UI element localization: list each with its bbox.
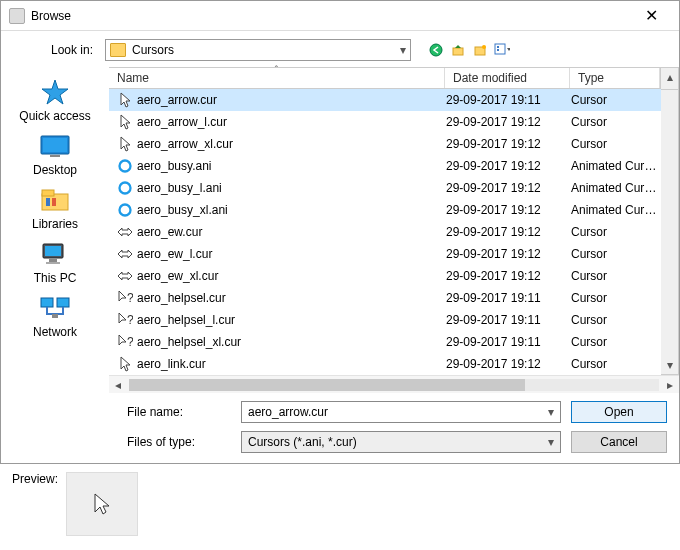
cancel-button[interactable]: Cancel bbox=[571, 431, 667, 453]
filter-combo[interactable]: Cursors (*.ani, *.cur) ▾ bbox=[241, 431, 561, 453]
places-bar: Quick accessDesktopLibrariesThis PCNetwo… bbox=[1, 67, 109, 463]
place-label: Quick access bbox=[19, 109, 90, 123]
svg-rect-6 bbox=[497, 49, 499, 51]
file-name: aero_ew.cur bbox=[135, 225, 446, 239]
up-icon[interactable] bbox=[449, 41, 467, 59]
svg-point-22 bbox=[120, 183, 131, 194]
file-type: Cursor bbox=[571, 93, 661, 107]
file-row[interactable]: aero_ew_xl.cur29-09-2017 19:12Cursor bbox=[109, 265, 661, 287]
window-title: Browse bbox=[31, 9, 631, 23]
place-desktop[interactable]: Desktop bbox=[33, 131, 77, 177]
new-folder-icon[interactable] bbox=[471, 41, 489, 59]
file-row[interactable]: aero_link.cur29-09-2017 19:12Cursor bbox=[109, 353, 661, 375]
file-row[interactable]: aero_busy_xl.ani29-09-2017 19:12Animated… bbox=[109, 199, 661, 221]
lookin-value: Cursors bbox=[132, 43, 174, 57]
scroll-right-arrow[interactable]: ▸ bbox=[661, 378, 679, 392]
arrow-cursor-icon bbox=[115, 92, 135, 108]
back-icon[interactable] bbox=[427, 41, 445, 59]
file-name: aero_ew_xl.cur bbox=[135, 269, 446, 283]
file-date: 29-09-2017 19:11 bbox=[446, 335, 571, 349]
file-type: Cursor bbox=[571, 247, 661, 261]
help-cursor-icon: ? bbox=[115, 290, 135, 306]
column-date[interactable]: Date modified bbox=[445, 68, 570, 88]
app-icon bbox=[9, 8, 25, 24]
place-star[interactable]: Quick access bbox=[19, 77, 90, 123]
bottom-panel: File name: aero_arrow.cur ▾ Open Files o… bbox=[109, 393, 679, 463]
svg-rect-12 bbox=[46, 198, 50, 206]
place-network[interactable]: Network bbox=[33, 293, 77, 339]
file-row[interactable]: aero_ew_l.cur29-09-2017 19:12Cursor bbox=[109, 243, 661, 265]
view-menu-icon[interactable] bbox=[493, 41, 511, 59]
preview-strip: Preview: bbox=[0, 464, 680, 544]
file-type: Cursor bbox=[571, 225, 661, 239]
lookin-combo[interactable]: Cursors ▾ bbox=[105, 39, 411, 61]
title-bar: Browse ✕ bbox=[1, 1, 679, 31]
file-row[interactable]: ?aero_helpsel.cur29-09-2017 19:11Cursor bbox=[109, 287, 661, 309]
svg-rect-16 bbox=[49, 259, 57, 262]
toolbar-icons bbox=[427, 41, 511, 59]
libraries-icon bbox=[38, 185, 72, 215]
preview-label: Preview: bbox=[12, 472, 58, 486]
file-type: Cursor bbox=[571, 115, 661, 129]
file-date: 29-09-2017 19:12 bbox=[446, 203, 571, 217]
file-date: 29-09-2017 19:11 bbox=[446, 291, 571, 305]
file-date: 29-09-2017 19:12 bbox=[446, 159, 571, 173]
svg-point-0 bbox=[430, 44, 442, 56]
file-type: Cursor bbox=[571, 357, 661, 371]
file-row[interactable]: aero_ew.cur29-09-2017 19:12Cursor bbox=[109, 221, 661, 243]
file-name: aero_arrow_l.cur bbox=[135, 115, 446, 129]
arrow-cursor-icon bbox=[115, 114, 135, 130]
ew-cursor-icon bbox=[115, 249, 135, 259]
svg-rect-5 bbox=[497, 46, 499, 48]
close-button[interactable]: ✕ bbox=[631, 6, 671, 25]
svg-rect-9 bbox=[50, 155, 60, 157]
busy-cursor-icon bbox=[115, 203, 135, 217]
file-row[interactable]: aero_busy.ani29-09-2017 19:12Animated Cu… bbox=[109, 155, 661, 177]
svg-rect-20 bbox=[52, 314, 58, 318]
file-name: aero_helpsel_l.cur bbox=[135, 313, 446, 327]
horizontal-scrollbar[interactable]: ◂ ▸ bbox=[109, 375, 679, 393]
file-row[interactable]: aero_arrow.cur29-09-2017 19:11Cursor bbox=[109, 89, 661, 111]
file-date: 29-09-2017 19:12 bbox=[446, 357, 571, 371]
arrow-cursor-icon bbox=[115, 356, 135, 372]
filename-input[interactable]: aero_arrow.cur ▾ bbox=[241, 401, 561, 423]
place-pc[interactable]: This PC bbox=[34, 239, 77, 285]
scroll-thumb[interactable] bbox=[129, 379, 525, 391]
column-type[interactable]: Type bbox=[570, 68, 660, 88]
file-date: 29-09-2017 19:11 bbox=[446, 313, 571, 327]
file-row[interactable]: aero_busy_l.ani29-09-2017 19:12Animated … bbox=[109, 177, 661, 199]
svg-rect-19 bbox=[57, 298, 69, 307]
vertical-scrollbar[interactable]: ▾ bbox=[661, 89, 679, 375]
file-date: 29-09-2017 19:11 bbox=[446, 93, 571, 107]
file-type: Animated Cursor bbox=[571, 159, 661, 173]
svg-point-3 bbox=[482, 45, 486, 49]
file-type: Animated Cursor bbox=[571, 181, 661, 195]
file-row[interactable]: ?aero_helpsel_xl.cur29-09-2017 19:11Curs… bbox=[109, 331, 661, 353]
busy-cursor-icon bbox=[115, 159, 135, 173]
open-button[interactable]: Open bbox=[571, 401, 667, 423]
place-libraries[interactable]: Libraries bbox=[32, 185, 78, 231]
file-type: Cursor bbox=[571, 335, 661, 349]
svg-rect-13 bbox=[52, 198, 56, 206]
file-type: Cursor bbox=[571, 137, 661, 151]
file-row[interactable]: aero_arrow_xl.cur29-09-2017 19:12Cursor bbox=[109, 133, 661, 155]
file-list[interactable]: aero_arrow.cur29-09-2017 19:11Cursoraero… bbox=[109, 89, 661, 375]
svg-rect-17 bbox=[46, 262, 60, 264]
file-area: Name Date modified Type ▴ aero_arrow.cur… bbox=[109, 67, 679, 463]
file-row[interactable]: aero_arrow_l.cur29-09-2017 19:12Cursor bbox=[109, 111, 661, 133]
pc-icon bbox=[38, 239, 72, 269]
place-label: This PC bbox=[34, 271, 77, 285]
filter-label: Files of type: bbox=[121, 435, 231, 449]
filter-value: Cursors (*.ani, *.cur) bbox=[248, 435, 357, 449]
scroll-left-arrow[interactable]: ◂ bbox=[109, 378, 127, 392]
file-date: 29-09-2017 19:12 bbox=[446, 225, 571, 239]
column-name[interactable]: Name bbox=[109, 68, 445, 88]
cursor-preview-icon bbox=[92, 492, 112, 516]
scroll-top-arrow[interactable]: ▴ bbox=[661, 67, 679, 89]
place-label: Network bbox=[33, 325, 77, 339]
file-row[interactable]: ?aero_helpsel_l.cur29-09-2017 19:11Curso… bbox=[109, 309, 661, 331]
chevron-down-icon: ▾ bbox=[548, 405, 554, 419]
scroll-down-arrow[interactable]: ▾ bbox=[667, 356, 673, 374]
column-headers: Name Date modified Type bbox=[109, 67, 661, 89]
svg-rect-18 bbox=[41, 298, 53, 307]
